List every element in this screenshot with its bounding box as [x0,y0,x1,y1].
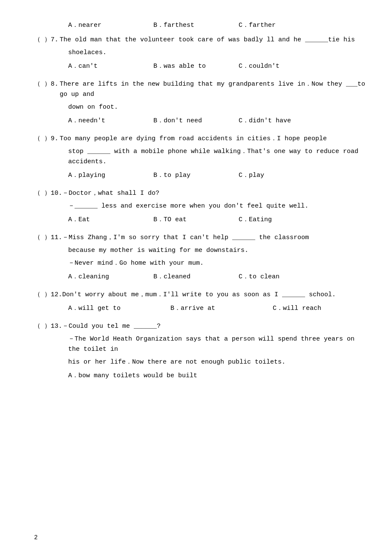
question-7: （ ）7. The old man that the volunteer too… [34,35,366,72]
question-8: （ ）8. There are lifts in the new buildin… [34,79,366,126]
q13-line3: his or her life．Now there are not enough… [34,357,366,367]
q10-text: －Doctor，what shall I do? [62,188,366,199]
question-10: （ ）10. －Doctor，what shall I do? －______ … [34,188,366,225]
q12-line: （ ）12. Don't worry about me，mum．I'll wri… [34,290,366,300]
q13-line: （ ）13. －Could you tel me ______? [34,321,366,332]
q12-option-c: C．will reach [273,304,375,314]
q12-options: A．will get to B．arrive at C．will reach [34,304,366,314]
q8-continuation: down on foot. [34,102,366,113]
q10-option-b: B．TO eat [153,215,239,225]
q7-prefix: （ ）7. [34,35,60,45]
q10-prefix: （ ）10. [34,188,62,199]
q7-option-c: C．couldn't [239,61,324,72]
q8-option-b: B．don't need [153,116,239,126]
q12-text: Don't worry about me，mum．I'll write to y… [62,290,366,300]
q13-line2: －The World Heath Organization says that … [34,334,366,355]
q12-prefix: （ ）12. [34,290,62,300]
q9-text: Too many people are dying from road acci… [60,134,366,144]
q11-option-a: A．cleaning [68,272,153,282]
q11-option-b: B．cleaned [153,272,239,282]
q7-option-a: A．can't [68,61,153,72]
q10-line: （ ）10. －Doctor，what shall I do? [34,188,366,199]
question-9: （ ）9. Too many people are dying from roa… [34,134,366,181]
q9-options: A．playing B．to play C．play [34,171,366,181]
q7-options: A．can't B．was able to C．couldn't [34,61,366,72]
q9-option-b: B．to play [153,171,239,181]
q10-option-a: A．Eat [68,215,153,225]
q8-option-a: A．needn't [68,116,153,126]
q9-option-a: A．playing [68,171,153,181]
q12-option-b: B．arrive at [170,304,273,314]
q11-line: （ ）11. －Miss Zhang，I'm so sorry that I c… [34,233,366,243]
question-13: （ ）13. －Could you tel me ______? －The Wo… [34,321,366,381]
q8-prefix: （ ）8. [34,79,60,90]
q11-line2: because my mother is waiting for me down… [34,246,366,256]
option-b-farthest: B．farthest [153,20,239,31]
q7-option-b: B．was able to [153,61,239,72]
q8-text: There are lifts in the new building that… [60,79,366,100]
q13-prefix: （ ）13. [34,321,62,332]
q10-option-c: C．Eating [239,215,324,225]
q7-line: （ ）7. The old man that the volunteer too… [34,35,366,45]
q13-option-a: A．bow many toilets would be built [68,371,197,381]
q9-prefix: （ ）9. [34,134,60,144]
page-number: 2 [34,533,37,542]
q7-text: The old man that the volunteer took care… [60,35,366,45]
q7-continuation: shoelaces. [34,48,366,58]
option-a-nearer: A．nearer [68,20,153,31]
q11-line3: －Never mind．Go home with your mum. [34,258,366,269]
q9-continuation: stop ______ with a mobile phone while wa… [34,147,366,167]
question-11: （ ）11. －Miss Zhang，I'm so sorry that I c… [34,233,366,282]
q12-option-a: A．will get to [68,304,170,314]
q11-prefix: （ ）11. [34,233,62,243]
q8-option-c: C．didn't have [239,116,324,126]
q13-text: －Could you tel me ______? [62,321,366,332]
q8-options: A．needn't B．don't need C．didn't have [34,116,366,126]
q9-option-c: C．play [239,171,324,181]
q10-continuation: －______ less and exercise more when you … [34,201,366,211]
top-options-row: A．nearer B．farthest C．farther [34,20,366,31]
q13-options-partial: A．bow many toilets would be built [34,371,366,381]
q8-line: （ ）8. There are lifts in the new buildin… [34,79,366,100]
question-12: （ ）12. Don't worry about me，mum．I'll wri… [34,290,366,314]
q10-options: A．Eat B．TO eat C．Eating [34,215,366,225]
q11-options: A．cleaning B．cleaned C．to clean [34,272,366,282]
option-c-farther: C．farther [239,20,324,31]
q11-option-c: C．to clean [239,272,324,282]
q9-line: （ ）9. Too many people are dying from roa… [34,134,366,144]
q11-text: －Miss Zhang，I'm so sorry that I can't he… [62,233,366,243]
